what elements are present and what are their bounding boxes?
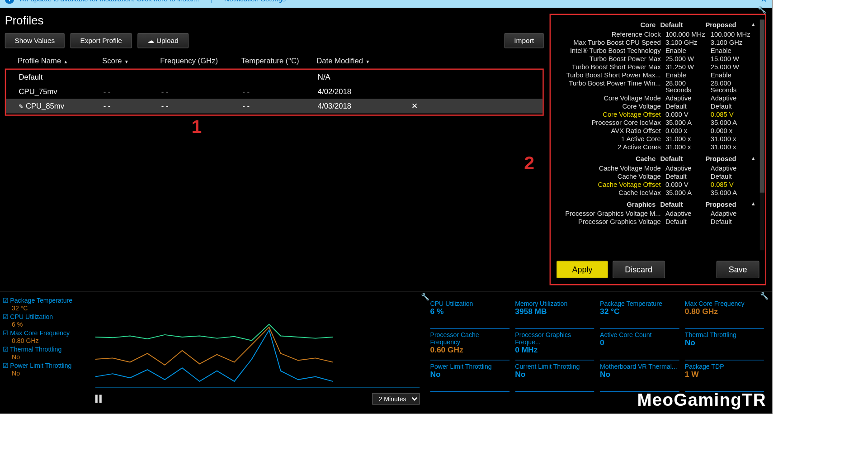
metric-label: Thermal Throttling: [685, 331, 764, 338]
metric-tile[interactable]: CPU Utilization6 %: [430, 300, 509, 329]
metric-value: No: [515, 370, 594, 378]
header-date-modified[interactable]: Date Modified▼: [312, 56, 405, 65]
export-profile-button[interactable]: Export Profile: [71, 33, 132, 48]
section-header[interactable]: CacheDefaultProposed▲: [553, 153, 756, 164]
setting-proposed: 0.085 V: [711, 181, 756, 188]
collapse-icon[interactable]: ▲: [750, 155, 755, 162]
details-scroll[interactable]: CoreDefaultProposed▲Reference Clock100.0…: [551, 15, 765, 255]
section-header[interactable]: GraphicsDefaultProposed▲: [553, 199, 756, 209]
details-row: Turbo Boost Power Time Win...28.000 Seco…: [553, 79, 756, 94]
header-temperature[interactable]: Temperature (°C): [236, 56, 312, 65]
metric-label: Power Limit Throttling: [430, 363, 509, 370]
metric-tile[interactable]: Power Limit ThrottlingNo: [430, 363, 509, 392]
details-row: 1 Active Core31.000 x31.000 x: [553, 135, 756, 143]
legend-item[interactable]: ☑ Max Core Frequency0.80 GHz: [3, 329, 90, 344]
table-row[interactable]: DefaultN/A: [6, 70, 542, 84]
metric-tile[interactable]: Max Core Frequency0.80 GHz: [685, 300, 764, 329]
metric-label: Processor Cache Frequency: [430, 331, 509, 345]
notification-banner: i An update is available for installatio…: [0, 0, 772, 8]
metric-tile[interactable]: Motherboard VR Thermal...No: [600, 363, 679, 392]
details-row: Core Voltage Offset0.000 V0.085 V: [553, 110, 756, 119]
setting-proposed: Default: [711, 173, 756, 180]
metric-label: Active Core Count: [600, 331, 679, 338]
cell-frequency: - -: [157, 102, 238, 110]
metric-tile[interactable]: Current Limit ThrottlingNo: [515, 363, 594, 392]
app-window: — ▭ ✕ intel Intel® Extreme Tuning Utilit…: [0, 0, 773, 414]
cell-frequency: - -: [157, 87, 238, 96]
details-row: AVX Ratio Offset0.000 x0.000 x: [553, 127, 756, 135]
metric-tile[interactable]: Active Core Count0: [600, 331, 679, 360]
details-row: Intel® Turbo Boost TechnologyEnableEnabl…: [553, 47, 756, 55]
update-link[interactable]: An update is available for installation.…: [20, 0, 199, 3]
setting-name: Cache IccMax: [553, 189, 665, 196]
setting-proposed: 31.000 x: [711, 144, 756, 151]
legend-value: No: [12, 370, 90, 376]
metrics-settings-icon[interactable]: 🔧: [760, 292, 769, 300]
scrollbar-thumb[interactable]: [760, 19, 764, 192]
apply-button[interactable]: Apply: [557, 261, 608, 278]
discard-button[interactable]: Discard: [613, 261, 665, 278]
header-frequency[interactable]: Frequency (GHz): [156, 56, 236, 65]
setting-default: Enable: [665, 71, 711, 78]
pause-button[interactable]: [95, 395, 102, 403]
metric-tile[interactable]: Processor Cache Frequency0.60 GHz: [430, 331, 509, 360]
legend-item[interactable]: ☑ Thermal ThrottlingNo: [3, 346, 90, 360]
header-profile-name[interactable]: Profile Name▲: [5, 56, 98, 65]
collapse-icon[interactable]: ▲: [750, 201, 755, 208]
legend-item[interactable]: ☑ CPU Utilization6 %: [3, 313, 90, 328]
table-row[interactable]: ✎CPU_85mv- -- -- -4/03/2018✕: [6, 99, 542, 113]
metric-tile[interactable]: Thermal ThrottlingNo: [685, 331, 764, 360]
metric-tile[interactable]: Processor Graphics Freque...0 MHz: [515, 331, 594, 360]
checkbox-icon[interactable]: ☑: [3, 362, 9, 369]
setting-proposed: Enable: [711, 71, 756, 78]
setting-name: Processor Graphics Voltage M...: [553, 210, 665, 217]
upload-button[interactable]: ☁ Upload: [137, 33, 188, 48]
setting-proposed: 25.000 W: [711, 63, 756, 70]
page-title: Profiles: [5, 14, 544, 27]
setting-proposed: 0.085 V: [711, 111, 756, 118]
details-row: Processor Graphics Voltage M...AdaptiveA…: [553, 209, 756, 218]
metric-label: Memory Utilization: [515, 300, 594, 307]
delete-icon[interactable]: ✕: [411, 102, 418, 110]
section-header[interactable]: CoreDefaultProposed▲: [553, 19, 756, 30]
save-button[interactable]: Save: [717, 261, 760, 278]
checkbox-icon[interactable]: ☑: [3, 313, 9, 320]
chart-controls: 2 Minutes: [95, 393, 420, 405]
setting-default: Enable: [665, 47, 711, 54]
table-row[interactable]: CPU_75mv- -- -- -4/02/2018: [6, 84, 542, 99]
setting-name: Processor Core IccMax: [553, 119, 665, 126]
metric-value: 32 °C: [600, 307, 679, 315]
metric-tile[interactable]: Package Temperature32 °C: [600, 300, 679, 329]
metric-tile[interactable]: Package TDP1 W: [685, 363, 764, 392]
setting-default: 0.000 V: [665, 181, 711, 188]
import-button[interactable]: Import: [505, 33, 544, 48]
details-row: Processor Graphics VoltageDefaultDefault: [553, 218, 756, 226]
sort-desc-icon: ▼: [365, 59, 370, 65]
checkbox-icon[interactable]: ☑: [3, 346, 9, 352]
legend-value: No: [12, 353, 90, 360]
details-row: Cache IccMax35.000 A35.000 A: [553, 189, 756, 197]
collapse-icon[interactable]: ▲: [750, 21, 755, 28]
setting-default: 3.100 GHz: [665, 39, 711, 46]
setting-default: Adaptive: [665, 95, 711, 101]
legend-item[interactable]: ☑ Package Temperature32 °C: [3, 297, 90, 311]
checkbox-icon[interactable]: ☑: [3, 329, 9, 336]
metric-label: Max Core Frequency: [685, 300, 764, 307]
setting-proposed: 100.000 MHz: [711, 31, 756, 38]
panel-settings-icon[interactable]: 🔧: [758, 5, 766, 14]
setting-name: Turbo Boost Power Time Win...: [553, 80, 665, 94]
setting-name: Reference Clock: [553, 31, 665, 38]
show-values-button[interactable]: Show Values: [5, 33, 65, 48]
legend-item[interactable]: ☑ Power Limit ThrottlingNo: [3, 362, 90, 376]
header-score[interactable]: Score▼: [98, 56, 156, 65]
time-range-select[interactable]: 2 Minutes: [372, 393, 420, 405]
monitoring-chart: [95, 295, 420, 388]
checkbox-icon[interactable]: ☑: [3, 297, 9, 304]
banner-close-icon[interactable]: ✕: [760, 0, 767, 4]
notification-settings-link[interactable]: Notification Settings: [224, 0, 286, 3]
metric-tile[interactable]: Memory Utilization3958 MB: [515, 300, 594, 329]
setting-proposed: Default: [711, 218, 756, 225]
scrollbar-vertical[interactable]: [760, 19, 764, 250]
metric-value: 0: [600, 338, 679, 347]
cell-date: 4/02/2018: [313, 87, 406, 96]
